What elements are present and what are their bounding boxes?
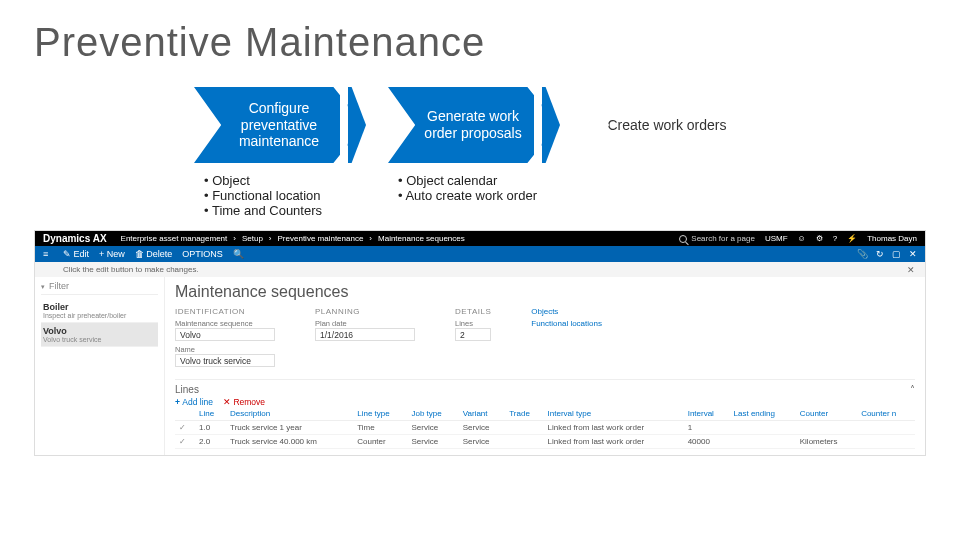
col-intervaltype[interactable]: Interval type [544, 407, 684, 421]
field-label: Plan date [315, 319, 415, 328]
bullet-item: Time and Counters [204, 203, 374, 218]
remove-line-button[interactable]: Remove [223, 397, 265, 407]
group-identification: IDENTIFICATION Maintenance sequence Volv… [175, 307, 275, 371]
col-desc[interactable]: Description [226, 407, 353, 421]
bullet-item: Auto create work order [398, 188, 568, 203]
list-pane: Filter Boiler Inspect air preheater/boil… [35, 277, 165, 455]
crumb[interactable]: Enterprise asset management [121, 234, 228, 243]
cell-linetype[interactable]: Time [353, 421, 407, 435]
cell-desc[interactable]: Truck service 40.000 km [226, 435, 353, 449]
hamburger-icon[interactable] [43, 249, 53, 259]
edit-button[interactable]: ✎ Edit [63, 249, 89, 259]
help-icon[interactable]: ? [833, 234, 837, 243]
col-check[interactable] [175, 407, 195, 421]
delete-button[interactable]: 🗑 Delete [135, 249, 173, 259]
crumb[interactable]: Maintenance sequences [378, 234, 465, 243]
list-item[interactable]: Volvo Volvo truck service [41, 323, 158, 347]
col-trade[interactable]: Trade [505, 407, 543, 421]
group-links: Objects Functional locations [531, 307, 602, 371]
list-item-name: Volvo [43, 326, 156, 336]
ribbon: ✎ Edit + New 🗑 Delete OPTIONS 🔍 📎 ↻ ▢ ✕ [35, 246, 925, 262]
col-countern[interactable]: Counter n [857, 407, 915, 421]
cell-line[interactable]: 2.0 [195, 435, 226, 449]
chevron-up-icon[interactable]: ˄ [910, 384, 915, 395]
row-check[interactable] [175, 421, 195, 435]
options-button[interactable]: OPTIONS [182, 249, 223, 259]
col-linetype[interactable]: Line type [353, 407, 407, 421]
list-item[interactable]: Boiler Inspect air preheater/boiler [41, 299, 158, 323]
cell-line[interactable]: 1.0 [195, 421, 226, 435]
link-func-loc[interactable]: Functional locations [531, 319, 602, 328]
group-details: DETAILS Lines 2 [455, 307, 491, 371]
user-name[interactable]: Thomas Dayn [867, 234, 917, 243]
ribbon-left: ✎ Edit + New 🗑 Delete OPTIONS 🔍 [43, 249, 244, 259]
cell-counter[interactable] [796, 421, 857, 435]
refresh-icon[interactable]: ↻ [876, 249, 884, 259]
list-item-sub: Inspect air preheater/boiler [43, 312, 156, 319]
crumb[interactable]: Setup [242, 234, 263, 243]
cell-counter[interactable]: Kilometers [796, 435, 857, 449]
cell-trade[interactable] [505, 421, 543, 435]
field-value[interactable]: Volvo truck service [175, 354, 275, 367]
gear-icon[interactable]: ⚙ [816, 234, 823, 243]
cell-countern[interactable] [857, 421, 915, 435]
row-check[interactable] [175, 435, 195, 449]
list-item-name: Boiler [43, 302, 156, 312]
cell-desc[interactable]: Truck service 1 year [226, 421, 353, 435]
bullet-col-2: Object calendar Auto create work order [398, 173, 568, 218]
cell-interval[interactable]: 40000 [684, 435, 730, 449]
col-lastending[interactable]: Last ending [730, 407, 796, 421]
popout-icon[interactable]: ▢ [892, 249, 901, 259]
cell-intervaltype[interactable]: Linked from last work order [544, 421, 684, 435]
col-line[interactable]: Line [195, 407, 226, 421]
add-line-button[interactable]: Add line [175, 397, 213, 407]
body: Filter Boiler Inspect air preheater/boil… [35, 277, 925, 455]
link-objects[interactable]: Objects [531, 307, 602, 316]
chevron-create: Create work orders [582, 87, 752, 163]
table-row[interactable]: 1.0 Truck service 1 year Time Service Se… [175, 421, 915, 435]
company-picker[interactable]: USMF [765, 234, 788, 243]
info-text: Click the edit button to make changes. [63, 265, 199, 274]
col-jobtype[interactable]: Job type [407, 407, 458, 421]
new-button[interactable]: + New [99, 249, 125, 259]
cell-trade[interactable] [505, 435, 543, 449]
col-variant[interactable]: Variant [459, 407, 506, 421]
field-lines-count: Lines 2 [455, 319, 491, 341]
field-value[interactable]: 1/1/2016 [315, 328, 415, 341]
field-label: Name [175, 345, 275, 354]
titlebar-right: Search for a page USMF ☺ ⚙ ? ⚡ Thomas Da… [679, 234, 917, 243]
new-label: New [107, 249, 125, 259]
search-input[interactable]: Search for a page [679, 234, 755, 243]
cell-variant[interactable]: Service [459, 435, 506, 449]
cell-lastending[interactable] [730, 421, 796, 435]
smiley-icon[interactable]: ☺ [798, 234, 806, 243]
cell-jobtype[interactable]: Service [407, 435, 458, 449]
close-icon[interactable]: ✕ [909, 249, 917, 259]
electric-icon[interactable]: ⚡ [847, 234, 857, 243]
cell-jobtype[interactable]: Service [407, 421, 458, 435]
attach-icon[interactable]: 📎 [857, 249, 868, 259]
col-interval[interactable]: Interval [684, 407, 730, 421]
chevron-configure: Configure preventative maintenance [194, 87, 364, 163]
field-value[interactable]: Volvo [175, 328, 275, 341]
table-row[interactable]: 2.0 Truck service 40.000 km Counter Serv… [175, 435, 915, 449]
ribbon-right: 📎 ↻ ▢ ✕ [857, 249, 917, 259]
dynamics-window: Dynamics AX Enterprise asset management›… [34, 230, 926, 456]
search-icon[interactable]: 🔍 [233, 249, 244, 259]
bullet-item: Object calendar [398, 173, 568, 188]
field-value[interactable]: 2 [455, 328, 491, 341]
cell-lastending[interactable] [730, 435, 796, 449]
crumb[interactable]: Preventive maintenance [278, 234, 364, 243]
cell-interval[interactable]: 1 [684, 421, 730, 435]
search-icon [679, 235, 687, 243]
group-head: PLANNING [315, 307, 415, 316]
lines-section-header: Lines ˄ [175, 379, 915, 395]
chevron-label: Configure preventative maintenance [194, 87, 364, 163]
filter-input[interactable]: Filter [41, 281, 158, 295]
col-counter[interactable]: Counter [796, 407, 857, 421]
cell-countern[interactable] [857, 435, 915, 449]
cell-intervaltype[interactable]: Linked from last work order [544, 435, 684, 449]
info-close-icon[interactable]: ✕ [907, 265, 915, 275]
cell-variant[interactable]: Service [459, 421, 506, 435]
cell-linetype[interactable]: Counter [353, 435, 407, 449]
